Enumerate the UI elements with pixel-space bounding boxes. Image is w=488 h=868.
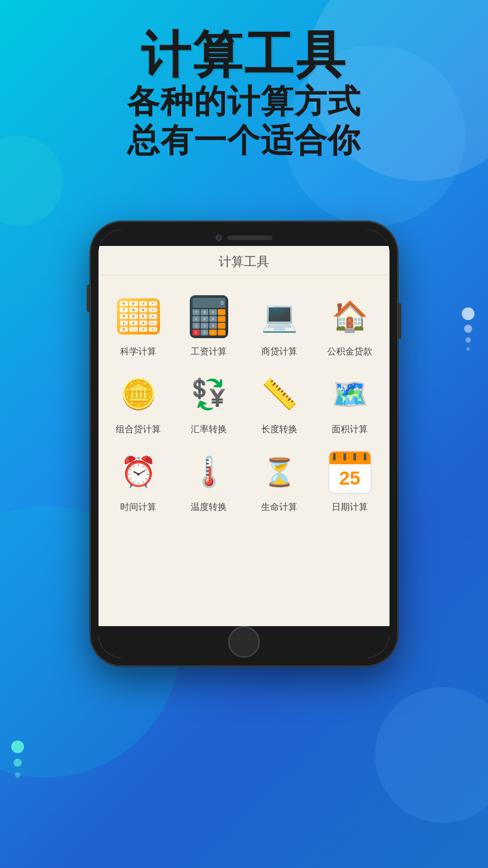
fund-loan-icon: 🏠 (325, 292, 375, 341)
length-convert-label: 长度转换 (261, 424, 297, 434)
sci-calc-label: 科学计算 (120, 346, 156, 357)
combo-loan-icon: 🪙 (113, 369, 163, 419)
dots-decoration-right (462, 307, 474, 351)
phone-outer-shell: 计算工具 πe√^ 789÷ 456× 123− 0.=+ 科 (90, 222, 398, 666)
combo-loan-label: 组合贷计算 (116, 424, 161, 434)
phone-mockup: 计算工具 πe√^ 789÷ 456× 123− 0.=+ 科 (90, 222, 398, 666)
dots-decoration-left (11, 741, 24, 778)
temp-convert-icon: 🌡️ (184, 447, 234, 497)
currency-exchange-label: 汇率转换 (191, 424, 227, 434)
app-grid: πe√^ 789÷ 456× 123− 0.=+ 科学计算 0 (99, 275, 389, 527)
app-item-temp-convert[interactable]: 🌡️ 温度转换 (174, 440, 244, 518)
bg-decoration-4 (375, 687, 488, 823)
app-title-text: 计算工具 (219, 255, 269, 269)
life-calc-label: 生命计算 (261, 501, 297, 512)
fund-loan-label: 公积金贷款 (327, 346, 372, 357)
front-camera (216, 235, 222, 241)
phone-bottom-empty (99, 527, 389, 626)
header-line2: 各种的计算方式 (0, 82, 488, 121)
commercial-loan-label: 商贷计算 (261, 346, 297, 357)
app-item-life-calc[interactable]: ⏳ 生命计算 (244, 440, 314, 518)
app-item-sci-calc[interactable]: πe√^ 789÷ 456× 123− 0.=+ 科学计算 (103, 284, 174, 362)
app-item-fund-loan[interactable]: 🏠 公积金贷款 (314, 284, 385, 362)
currency-exchange-icon: 💱 (184, 369, 234, 419)
time-calc-label: 时间计算 (120, 501, 156, 512)
app-item-combo-loan[interactable]: 🪙 组合贷计算 (103, 362, 174, 440)
header-line3: 总有一个适合你 (0, 121, 488, 160)
app-item-commercial-loan[interactable]: 💻 商贷计算 (244, 284, 314, 362)
salary-calc-icon: 0 789÷ 456× 123− C0=+ (184, 292, 234, 341)
calendar-number: 25 (329, 464, 371, 493)
salary-calc-label: 工资计算 (191, 346, 227, 357)
commercial-loan-icon: 💻 (254, 292, 304, 341)
sci-calc-icon: πe√^ 789÷ 456× 123− 0.=+ (113, 292, 163, 341)
date-calc-label: 日期计算 (332, 501, 368, 512)
app-item-length-convert[interactable]: 📏 长度转换 (244, 362, 314, 440)
phone-notch (99, 230, 389, 246)
speaker-grille (227, 236, 272, 240)
home-button[interactable] (228, 626, 260, 658)
phone-home-area (99, 626, 389, 658)
app-item-salary-calc[interactable]: 0 789÷ 456× 123− C0=+ 工资计算 (174, 284, 244, 362)
header-section: 计算工具 各种的计算方式 总有一个适合你 (0, 27, 488, 160)
app-item-area-calc[interactable]: 🗺️ 面积计算 (314, 362, 385, 440)
date-calc-icon: 25 (325, 447, 375, 497)
length-convert-icon: 📏 (254, 369, 304, 419)
header-line1: 计算工具 (0, 27, 488, 82)
life-calc-icon: ⏳ (254, 447, 304, 497)
app-item-time-calc[interactable]: ⏰ 时间计算 (103, 440, 174, 518)
area-calc-label: 面积计算 (332, 424, 368, 434)
area-calc-icon: 🗺️ (325, 369, 375, 419)
app-item-currency-exchange[interactable]: 💱 汇率转换 (174, 362, 244, 440)
temp-convert-label: 温度转换 (191, 501, 227, 512)
time-calc-icon: ⏰ (113, 447, 163, 497)
phone-screen: 计算工具 πe√^ 789÷ 456× 123− 0.=+ 科 (99, 230, 389, 658)
app-titlebar: 计算工具 (99, 246, 389, 275)
app-item-date-calc[interactable]: 25 日期计算 (314, 440, 385, 518)
